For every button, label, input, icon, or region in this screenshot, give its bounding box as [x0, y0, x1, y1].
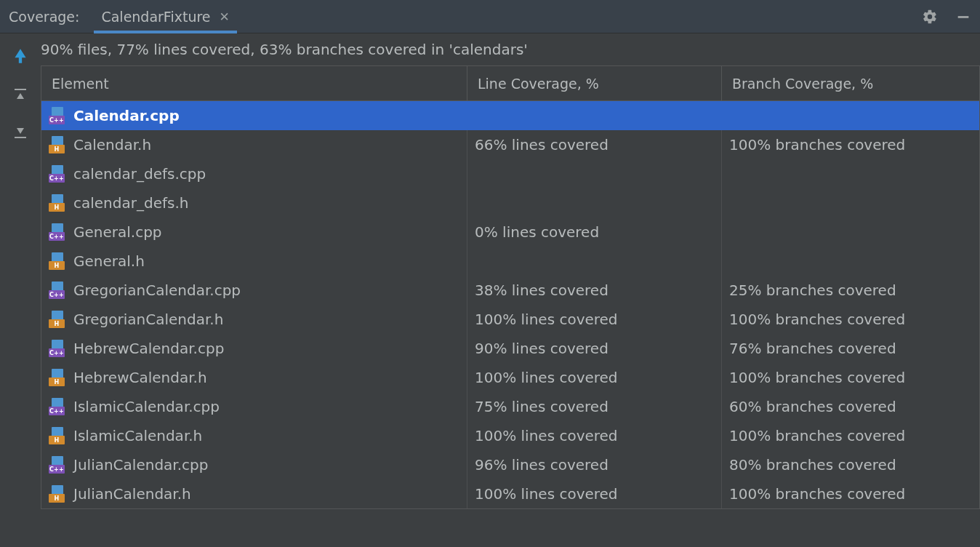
cpp-file-icon: C++: [49, 456, 66, 474]
header-file-icon: H: [49, 194, 66, 212]
cell-branch-coverage: [722, 217, 979, 247]
flatten-up-icon[interactable]: [12, 86, 29, 103]
toolwindow-header: Coverage: CalendarFixture ✕: [0, 0, 980, 33]
table-row[interactable]: HHebrewCalendar.h100% lines covered100% …: [41, 363, 979, 392]
table-row[interactable]: HIslamicCalendar.h100% lines covered100%…: [41, 421, 979, 450]
toolwindow-title: Coverage:: [9, 9, 79, 25]
cell-element: HGregorianCalendar.h: [41, 305, 467, 334]
file-name: Calendar.h: [73, 136, 151, 153]
cell-line-coverage: 90% lines covered: [467, 334, 722, 363]
cell-line-coverage: 0% lines covered: [467, 217, 722, 247]
cell-element: HHebrewCalendar.h: [41, 363, 467, 392]
flatten-down-icon[interactable]: [12, 124, 29, 141]
cell-line-coverage: [467, 159, 722, 188]
cell-branch-coverage: [722, 101, 979, 130]
cell-branch-coverage: 100% branches covered: [722, 130, 979, 159]
cell-line-coverage: 66% lines covered: [467, 130, 722, 159]
file-name: General.h: [73, 252, 145, 270]
table-row[interactable]: HCalendar.h66% lines covered100% branche…: [41, 130, 979, 159]
cell-element: C++General.cpp: [41, 217, 467, 247]
file-name: IslamicCalendar.cpp: [73, 398, 220, 415]
table-row[interactable]: C++IslamicCalendar.cpp75% lines covered6…: [41, 392, 979, 421]
table-row[interactable]: Hcalendar_defs.h: [41, 188, 979, 217]
cell-element: C++GregorianCalendar.cpp: [41, 276, 467, 305]
table-row[interactable]: C++HebrewCalendar.cpp90% lines covered76…: [41, 334, 979, 363]
svg-rect-2: [15, 137, 26, 138]
cell-line-coverage: 100% lines covered: [467, 421, 722, 450]
file-name: General.cpp: [73, 223, 162, 241]
svg-rect-1: [15, 89, 26, 90]
file-name: GregorianCalendar.cpp: [73, 282, 241, 299]
column-branch[interactable]: Branch Coverage, %: [722, 66, 979, 101]
table-row[interactable]: C++GregorianCalendar.cpp38% lines covere…: [41, 276, 979, 305]
cell-element: C++Calendar.cpp: [41, 101, 467, 130]
minimize-icon[interactable]: [955, 9, 971, 25]
cpp-file-icon: C++: [49, 282, 66, 299]
cell-line-coverage: 96% lines covered: [467, 450, 722, 479]
file-name: GregorianCalendar.h: [73, 311, 223, 328]
cell-branch-coverage: 25% branches covered: [722, 276, 979, 305]
table-row[interactable]: HGeneral.h: [41, 247, 979, 276]
gear-icon[interactable]: [922, 9, 938, 25]
cell-branch-coverage: 100% branches covered: [722, 479, 979, 508]
cpp-file-icon: C++: [49, 398, 66, 415]
cell-branch-coverage: 60% branches covered: [722, 392, 979, 421]
cell-line-coverage: 100% lines covered: [467, 305, 722, 334]
header-file-icon: H: [49, 485, 66, 503]
file-name: HebrewCalendar.h: [73, 369, 207, 386]
table-row[interactable]: C++General.cpp0% lines covered: [41, 217, 979, 247]
cell-branch-coverage: [722, 247, 979, 276]
cell-element: C++IslamicCalendar.cpp: [41, 392, 467, 421]
column-line[interactable]: Line Coverage, %: [467, 66, 722, 101]
cell-branch-coverage: 80% branches covered: [722, 450, 979, 479]
cell-line-coverage: 100% lines covered: [467, 363, 722, 392]
cell-element: HJulianCalendar.h: [41, 479, 467, 508]
table-body: C++Calendar.cppHCalendar.h66% lines cove…: [41, 101, 979, 508]
vertical-toolbar: [0, 33, 41, 547]
cell-line-coverage: [467, 247, 722, 276]
cell-line-coverage: 100% lines covered: [467, 479, 722, 508]
table-row[interactable]: C++calendar_defs.cpp: [41, 159, 979, 188]
cpp-file-icon: C++: [49, 107, 66, 124]
file-name: JulianCalendar.h: [73, 485, 191, 503]
cell-line-coverage: 38% lines covered: [467, 276, 722, 305]
cell-element: HIslamicCalendar.h: [41, 421, 467, 450]
file-name: HebrewCalendar.cpp: [73, 340, 224, 357]
navigate-up-icon[interactable]: [11, 47, 30, 65]
cell-element: Hcalendar_defs.h: [41, 188, 467, 217]
cell-line-coverage: 75% lines covered: [467, 392, 722, 421]
cell-branch-coverage: 100% branches covered: [722, 421, 979, 450]
svg-rect-0: [958, 16, 969, 18]
cell-branch-coverage: [722, 159, 979, 188]
cell-element: C++HebrewCalendar.cpp: [41, 334, 467, 363]
tab-underline: [94, 31, 236, 33]
file-name: calendar_defs.cpp: [73, 165, 206, 183]
cell-element: HGeneral.h: [41, 247, 467, 276]
table-header: Element Line Coverage, % Branch Coverage…: [41, 66, 979, 101]
header-file-icon: H: [49, 311, 66, 328]
cell-branch-coverage: 76% branches covered: [722, 334, 979, 363]
table-row[interactable]: C++Calendar.cpp: [41, 101, 979, 130]
cell-branch-coverage: 100% branches covered: [722, 363, 979, 392]
cell-line-coverage: [467, 101, 722, 130]
coverage-table: Element Line Coverage, % Branch Coverage…: [41, 65, 980, 509]
cell-element: C++calendar_defs.cpp: [41, 159, 467, 188]
cpp-file-icon: C++: [49, 340, 66, 357]
file-name: calendar_defs.h: [73, 194, 188, 212]
tab-calendarfixture[interactable]: CalendarFixture ✕: [94, 0, 236, 33]
file-name: JulianCalendar.cpp: [73, 456, 208, 474]
file-name: IslamicCalendar.h: [73, 427, 202, 444]
header-file-icon: H: [49, 369, 66, 386]
tab-label: CalendarFixture: [101, 9, 210, 25]
table-row[interactable]: C++JulianCalendar.cpp96% lines covered80…: [41, 450, 979, 479]
coverage-summary: 90% files, 77% lines covered, 63% branch…: [41, 33, 980, 65]
table-row[interactable]: HJulianCalendar.h100% lines covered100% …: [41, 479, 979, 508]
cpp-file-icon: C++: [49, 165, 66, 183]
column-element[interactable]: Element: [41, 66, 467, 101]
cell-element: HCalendar.h: [41, 130, 467, 159]
header-file-icon: H: [49, 136, 66, 153]
table-row[interactable]: HGregorianCalendar.h100% lines covered10…: [41, 305, 979, 334]
cell-element: C++JulianCalendar.cpp: [41, 450, 467, 479]
close-icon[interactable]: ✕: [220, 9, 230, 24]
cell-branch-coverage: [722, 188, 979, 217]
